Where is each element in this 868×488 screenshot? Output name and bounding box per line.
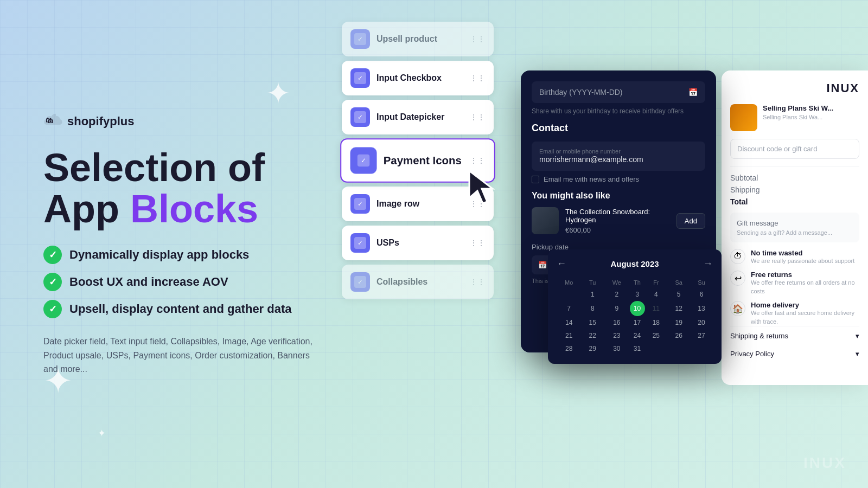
block-item-input-datepicker[interactable]: Input Datepicker ⋮⋮ — [342, 100, 494, 134]
cal-day[interactable]: 15 — [581, 316, 604, 329]
check-icon-2 — [43, 273, 62, 291]
feature-title: No time wasted — [751, 249, 859, 257]
block-item-upsell-product[interactable]: Upsell product ⋮⋮ — [342, 22, 494, 56]
cal-day[interactable]: 5 — [667, 288, 690, 301]
cal-day[interactable]: 8 — [581, 301, 604, 316]
newsletter-row[interactable]: Email me with news and offers — [532, 175, 705, 183]
cal-day[interactable]: 12 — [667, 301, 690, 316]
contact-title: Contact — [532, 123, 705, 134]
drag-dots: ⋮⋮ — [470, 74, 485, 82]
privacy-policy-label: Privacy Policy — [730, 350, 774, 358]
brand-logo: INUX — [730, 81, 859, 95]
cal-day-header: Mo — [557, 277, 581, 288]
list-item: Dynamically display app blocks — [43, 246, 326, 264]
cal-day[interactable]: 1 — [581, 288, 604, 301]
drag-dots: ⋮⋮ — [470, 156, 486, 165]
block-icon-inner — [354, 33, 366, 45]
check-icon-3 — [43, 300, 62, 318]
block-icon-inner — [358, 155, 369, 166]
calendar-prev-button[interactable]: ← — [557, 258, 566, 269]
gift-label: Gift message — [737, 219, 853, 227]
cal-day — [557, 288, 581, 301]
home-delivery-feature: 🏠 Home delivery We offer fast and secure… — [730, 301, 859, 326]
cal-day-today[interactable]: 10 — [630, 301, 645, 316]
newsletter-label: Email me with news and offers — [544, 175, 639, 183]
block-item-input-checkbox[interactable]: Input Checkbox ⋮⋮ — [342, 61, 494, 95]
shipping-returns-link[interactable]: Shipping & returns ▾ — [730, 326, 859, 345]
cal-day[interactable]: 23 — [604, 329, 629, 342]
gift-message-section[interactable]: Gift message Sending as a gift? Add a me… — [730, 213, 859, 242]
subtotal-label: Subtotal — [730, 174, 758, 182]
cal-day[interactable]: 3 — [630, 288, 645, 301]
cal-day[interactable]: 18 — [645, 316, 668, 329]
drag-dots: ⋮⋮ — [470, 278, 485, 286]
cal-day[interactable]: 29 — [581, 342, 604, 355]
cal-day[interactable]: 22 — [581, 329, 604, 342]
cart-product-image — [730, 104, 757, 131]
calendar-header: ← August 2023 → — [557, 258, 713, 269]
add-product-button[interactable]: Add — [676, 213, 705, 229]
drag-dots: ⋮⋮ — [470, 113, 485, 121]
upsell-product: The Collection Snowboard: Hydrogen €600,… — [532, 207, 705, 234]
cal-day-header: Su — [690, 277, 713, 288]
star-decoration-4: ✦ — [98, 427, 106, 439]
cal-day[interactable]: 27 — [690, 329, 713, 342]
calendar-next-button[interactable]: → — [703, 258, 713, 269]
feature-text: No time wasted We are really passionate … — [751, 249, 859, 265]
block-icon-inner — [354, 276, 366, 288]
cal-day[interactable]: 4 — [645, 288, 668, 301]
cal-day[interactable]: 13 — [690, 301, 713, 316]
cal-day[interactable]: 30 — [604, 342, 629, 355]
svg-text:🛍: 🛍 — [46, 117, 53, 125]
cal-day[interactable]: 14 — [557, 316, 581, 329]
cal-day[interactable]: 28 — [557, 342, 581, 355]
description-text: Date picker field, Text input field, Col… — [43, 335, 326, 376]
chevron-down-icon: ▾ — [856, 332, 859, 340]
cal-day[interactable]: 7 — [557, 301, 581, 316]
block-name: Input Datepicker — [376, 112, 463, 122]
email-field[interactable]: Email or mobile phone number morrisherma… — [532, 142, 705, 171]
calendar-grid: Mo Tu We Th Fr Sa Su 1 2 3 4 5 6 — [557, 277, 713, 355]
shipping-returns-label: Shipping & returns — [730, 332, 788, 340]
cal-day-header: Sa — [667, 277, 690, 288]
list-item: Upsell, display content and gather data — [43, 300, 326, 318]
discount-code-field[interactable]: Discount code or gift card — [730, 139, 859, 159]
cal-day[interactable]: 26 — [667, 329, 690, 342]
cal-day-header: Th — [630, 277, 645, 288]
cal-day[interactable]: 9 — [604, 301, 629, 316]
privacy-policy-link[interactable]: Privacy Policy ▾ — [730, 345, 859, 362]
cal-day[interactable]: 11 — [645, 301, 668, 316]
block-item-collapsibles[interactable]: Collapsibles ⋮⋮ — [342, 265, 494, 299]
cal-day[interactable]: 6 — [690, 288, 713, 301]
cal-day[interactable]: 17 — [630, 316, 645, 329]
cal-day[interactable]: 25 — [645, 329, 668, 342]
block-icon — [350, 68, 370, 88]
product-name: The Collection Snowboard: Hydrogen — [565, 208, 670, 224]
cal-day-header: Fr — [645, 277, 668, 288]
birthday-field[interactable]: Birthday (YYYY-MM-DD) 📅 — [532, 81, 705, 103]
cal-day[interactable]: 21 — [557, 329, 581, 342]
feature-text: Home delivery We offer fast and secure h… — [751, 301, 859, 326]
cal-day-header: Tu — [581, 277, 604, 288]
cal-day[interactable]: 16 — [604, 316, 629, 329]
delivery-icon: 🏠 — [730, 301, 745, 316]
cal-day[interactable]: 31 — [630, 342, 645, 355]
block-icon-inner — [354, 237, 366, 249]
cursor-arrow — [467, 168, 499, 206]
order-summary: Subtotal Shipping Total — [730, 166, 859, 206]
check-icon-1 — [43, 246, 62, 264]
newsletter-checkbox[interactable] — [532, 176, 539, 183]
chevron-down-icon: ▾ — [856, 350, 859, 358]
feature-title: Free returns — [751, 271, 859, 279]
block-item-usps[interactable]: USPs ⋮⋮ — [342, 226, 494, 260]
svg-marker-1 — [469, 171, 493, 203]
shopify-icon: 🛍 — [43, 112, 63, 131]
cal-day[interactable]: 24 — [630, 329, 645, 342]
cal-day[interactable]: 2 — [604, 288, 629, 301]
cal-day[interactable]: 20 — [690, 316, 713, 329]
features-right: ⏱ No time wasted We are really passionat… — [730, 249, 859, 326]
cart-product-sub: Selling Plans Ski Wa... — [763, 114, 859, 120]
cal-day[interactable]: 19 — [667, 316, 690, 329]
block-name: Input Checkbox — [376, 73, 463, 83]
total-label: Total — [730, 197, 748, 206]
